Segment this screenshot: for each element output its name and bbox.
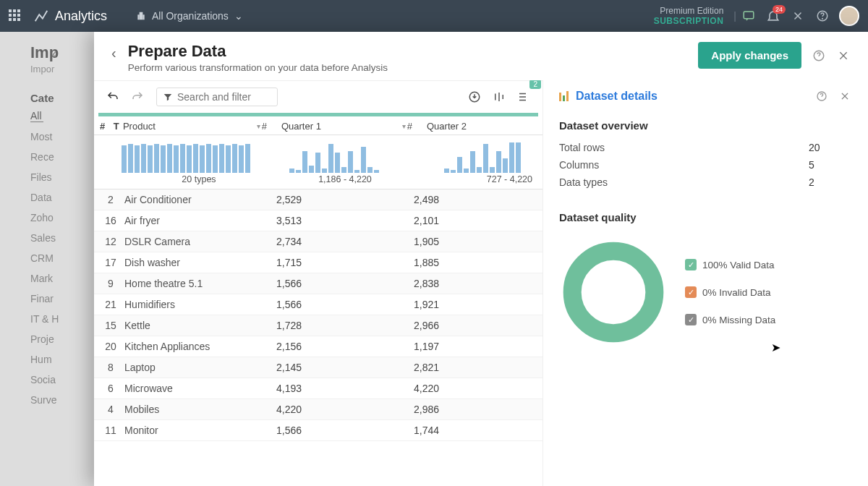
cell-q1: 1,728 [276, 320, 414, 331]
table-row[interactable]: 16Air fryer3,5132,101 [94, 210, 542, 231]
cell-q2: 2,986 [414, 404, 537, 415]
prepare-data-sheet: ‹ Prepare Data Perform various transform… [94, 32, 868, 486]
table-row[interactable]: 15Kettle1,7282,966 [94, 315, 542, 336]
table-row[interactable]: 6Microwave4,1934,220 [94, 378, 542, 399]
undo-button[interactable] [103, 87, 123, 107]
details-help-icon[interactable] [814, 89, 829, 103]
col-header-index[interactable]: # [100, 121, 114, 132]
notification-badge: 24 [773, 5, 786, 14]
sheet-back-button[interactable]: ‹ [111, 45, 116, 61]
table-row[interactable]: 4Mobiles4,2202,986 [94, 399, 542, 420]
col-header-type[interactable]: T [114, 121, 123, 132]
cell-q1: 1,566 [276, 299, 414, 310]
download-icon[interactable] [464, 87, 485, 107]
caption-q1: 1,186 - 4,220 [276, 174, 414, 184]
cell-product: Mobiles [122, 404, 276, 415]
quality-legend: ✓100% Valid Data ✓0% Invalid Data ✓0% Mi… [685, 259, 775, 325]
rules-icon[interactable]: 2 [514, 87, 534, 107]
cell-index: 4 [100, 404, 122, 415]
table-row[interactable]: 21Humidifiers1,5661,921 [94, 294, 542, 315]
sheet-title: Prepare Data [128, 42, 388, 61]
cell-index: 16 [100, 215, 122, 226]
cell-index: 17 [100, 257, 122, 268]
cell-index: 11 [100, 425, 122, 436]
kv-total-rows: Total rows20 [559, 139, 852, 156]
details-title: Dataset details [576, 90, 658, 103]
cell-product: Home theatre 5.1 [122, 278, 276, 289]
cell-product: Air fryer [122, 215, 276, 226]
check-icon: ✓ [685, 314, 697, 325]
cell-q1: 3,513 [276, 215, 414, 226]
cell-index: 6 [100, 383, 122, 394]
svg-rect-0 [140, 12, 143, 20]
chat-icon[interactable] [741, 8, 757, 24]
table-row[interactable]: 11Monitor1,5661,744 [94, 420, 542, 441]
col-header-quarter1[interactable]: Quarter 1▾ [268, 121, 406, 132]
apps-grid-icon[interactable] [9, 9, 22, 22]
user-avatar[interactable] [839, 6, 859, 26]
tools-icon[interactable] [790, 8, 806, 24]
col-header-product[interactable]: Product▾ [123, 121, 260, 132]
grid-toolbar: 2 [94, 81, 542, 113]
cell-index: 20 [100, 341, 122, 352]
sheet-close-icon[interactable] [836, 48, 851, 63]
premium-line2: SUBSCRIPTION [654, 16, 724, 26]
legend-valid: ✓100% Valid Data [685, 259, 775, 270]
table-row[interactable]: 8Laptop2,1452,821 [94, 357, 542, 378]
column-headers: # T Product▾ # Quarter 1▾ # Quarter 2 [94, 116, 542, 135]
org-label: All Organizations [152, 10, 229, 22]
cell-q2: 1,744 [414, 425, 537, 436]
data-grid: 2 # T Product▾ # Quarter 1▾ # Quarter 2 [94, 80, 542, 486]
cell-product: Kitchen Appliances [122, 341, 276, 352]
cell-q1: 1,566 [276, 278, 414, 289]
subscription-info[interactable]: Premium Edition SUBSCRIPTION [654, 6, 724, 27]
col-header-q1-type[interactable]: # [260, 121, 268, 132]
table-row[interactable]: 9Home theatre 5.11,5662,838 [94, 273, 542, 294]
cell-index: 2 [100, 194, 122, 205]
cell-index: 8 [100, 362, 122, 373]
apply-changes-button[interactable]: Apply changes [698, 42, 801, 69]
search-input[interactable] [177, 91, 271, 103]
help-icon[interactable] [814, 8, 830, 24]
table-row[interactable]: 20Kitchen Appliances2,1561,197 [94, 336, 542, 357]
col-header-quarter2[interactable]: Quarter 2 [414, 121, 537, 132]
table-row[interactable]: 17Dish washer1,7151,885 [94, 252, 542, 273]
search-filter-box[interactable] [156, 88, 278, 106]
cell-q2: 1,197 [414, 341, 537, 352]
caption-q2: 727 - 4,220 [414, 174, 537, 184]
brand[interactable]: Analytics [33, 8, 107, 24]
cell-product: DSLR Camera [122, 236, 276, 247]
cell-q2: 2,838 [414, 278, 537, 289]
columns-icon[interactable] [489, 87, 509, 107]
cell-q2: 1,905 [414, 236, 537, 247]
cell-q1: 2,529 [276, 194, 414, 205]
cell-product: Humidifiers [122, 299, 276, 310]
sheet-subtitle: Perform various transformation on your d… [128, 62, 388, 73]
col-header-q2-type[interactable]: # [406, 121, 414, 132]
cell-q1: 1,715 [276, 257, 414, 268]
cell-q2: 2,966 [414, 320, 537, 331]
sheet-help-icon[interactable] [812, 48, 826, 63]
cell-q1: 2,145 [276, 362, 414, 373]
caption-product: 20 types [122, 174, 276, 184]
check-icon: ✓ [685, 259, 697, 270]
brand-label: Analytics [55, 9, 107, 24]
table-row[interactable]: 2Air Conditioner2,5292,498 [94, 189, 542, 210]
cell-q2: 4,220 [414, 383, 537, 394]
table-row[interactable]: 12DSLR Camera2,7341,905 [94, 231, 542, 252]
details-close-icon[interactable] [838, 89, 852, 103]
redo-button[interactable] [127, 87, 148, 107]
quality-donut-chart [559, 238, 668, 346]
kv-data-types: Data types2 [559, 174, 852, 191]
svg-point-5 [822, 18, 823, 19]
cell-q1: 4,220 [276, 404, 414, 415]
overview-heading: Dataset overview [559, 119, 852, 132]
legend-invalid: ✓0% Invalid Data [685, 286, 775, 298]
cell-product: Dish washer [122, 257, 276, 268]
details-logo-icon [559, 91, 569, 101]
top-navbar: Analytics All Organizations ⌄ Premium Ed… [0, 0, 868, 32]
cell-q1: 2,734 [276, 236, 414, 247]
cell-q2: 1,921 [414, 299, 537, 310]
org-selector[interactable]: All Organizations ⌄ [136, 10, 243, 22]
notifications-icon[interactable]: 24 [765, 8, 781, 24]
